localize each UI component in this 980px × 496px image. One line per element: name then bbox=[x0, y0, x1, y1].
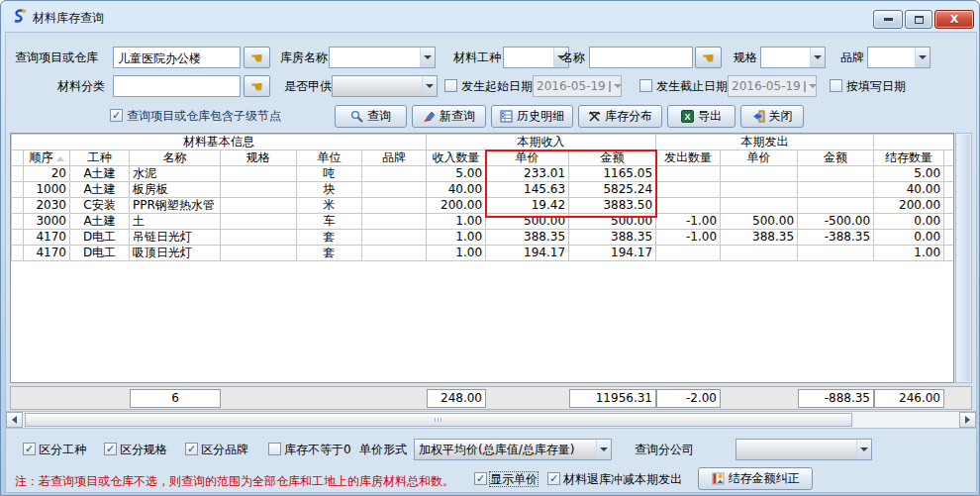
distinguish-worktype-checkbox[interactable] bbox=[23, 443, 36, 455]
chevron-down-icon[interactable] bbox=[596, 440, 611, 459]
chevron-down-icon[interactable] bbox=[614, 84, 622, 88]
cell-r4-c1[interactable]: D电工 bbox=[70, 230, 130, 246]
cell-r5-c10[interactable] bbox=[721, 246, 798, 261]
warehouse-select[interactable] bbox=[329, 47, 436, 68]
cell-r2-c5[interactable] bbox=[362, 198, 427, 214]
cell-r0-c7[interactable]: 233.01 bbox=[486, 166, 569, 182]
column-header-5[interactable]: 单位 bbox=[297, 150, 362, 166]
column-header-12[interactable]: 金额 bbox=[798, 150, 874, 166]
cell-r5-c4[interactable]: 套 bbox=[297, 246, 362, 261]
end-date-field[interactable]: 2016-05-19 bbox=[728, 75, 817, 97]
distinguish-brand-checkbox[interactable] bbox=[185, 443, 198, 455]
cell-r0-c2[interactable]: 水泥 bbox=[130, 166, 221, 182]
cell-r2-c10[interactable] bbox=[721, 198, 798, 214]
close-form-button[interactable]: 关闭 bbox=[740, 105, 804, 128]
distinguish-spec-checkbox[interactable] bbox=[104, 443, 117, 455]
export-button[interactable]: X 导出 bbox=[667, 105, 735, 128]
cell-r0-c9[interactable] bbox=[656, 166, 721, 182]
cell-r2-c7[interactable]: 19.42 bbox=[486, 198, 569, 214]
column-header-7[interactable]: 收入数量 bbox=[427, 150, 486, 166]
row-selector[interactable] bbox=[12, 182, 24, 198]
cell-r1-c5[interactable] bbox=[362, 182, 427, 198]
cell-r0-c0[interactable]: 20 bbox=[24, 166, 70, 182]
start-date-field[interactable]: 2016-05-19 bbox=[533, 75, 622, 97]
history-detail-button[interactable]: 历史明细 bbox=[491, 105, 573, 128]
row-selector[interactable] bbox=[12, 246, 24, 261]
cell-r0-c4[interactable]: 吨 bbox=[297, 166, 362, 182]
cell-r4-c3[interactable] bbox=[221, 230, 297, 246]
cell-r0-c6[interactable]: 5.00 bbox=[427, 166, 486, 182]
cell-r3-c7[interactable]: 500.00 bbox=[486, 214, 569, 230]
cell-r4-c5[interactable] bbox=[362, 230, 427, 246]
cell-r1-c2[interactable]: 板房板 bbox=[130, 182, 221, 198]
name-input[interactable] bbox=[589, 47, 693, 68]
cell-r4-c10[interactable]: 388.35 bbox=[721, 230, 798, 246]
query-button[interactable]: 查询 bbox=[335, 105, 407, 128]
cell-r0-c11[interactable] bbox=[798, 166, 874, 182]
cell-r1-c6[interactable]: 40.00 bbox=[427, 182, 486, 198]
category-input[interactable] bbox=[113, 75, 241, 97]
column-header-8[interactable]: 单价 bbox=[486, 150, 569, 166]
vertical-scrollbar[interactable] bbox=[955, 133, 972, 383]
row-selector[interactable] bbox=[12, 214, 24, 230]
cell-r3-c5[interactable] bbox=[362, 214, 427, 230]
cell-r4-c2[interactable]: 吊链日光灯 bbox=[130, 230, 221, 246]
cell-r4-c9[interactable]: -1.00 bbox=[656, 230, 721, 246]
row-selector[interactable] bbox=[12, 230, 24, 246]
stock-nonzero-checkbox[interactable] bbox=[268, 443, 281, 455]
chevron-down-icon[interactable] bbox=[856, 440, 871, 459]
cell-r3-c12[interactable]: 0.00 bbox=[874, 214, 944, 230]
spec-select[interactable] bbox=[760, 47, 826, 68]
scroll-right-arrow[interactable] bbox=[959, 412, 976, 428]
column-header-11[interactable]: 单价 bbox=[721, 150, 798, 166]
cell-r4-c7[interactable]: 388.35 bbox=[486, 230, 569, 246]
horizontal-scrollbar-track[interactable] bbox=[23, 412, 959, 428]
column-header-6[interactable]: 品牌 bbox=[362, 150, 427, 166]
cell-r5-c12[interactable]: 1.00 bbox=[874, 246, 944, 261]
balance-fix-button[interactable]: 结存金额纠正 bbox=[698, 467, 813, 490]
minimize-button[interactable] bbox=[873, 10, 903, 29]
cell-r2-c2[interactable]: PPR钢塑热水管 bbox=[130, 198, 221, 214]
new-query-button[interactable]: 新查询 bbox=[412, 105, 486, 128]
cell-r0-c1[interactable]: A土建 bbox=[70, 166, 130, 182]
cell-r1-c0[interactable]: 1000 bbox=[24, 182, 70, 198]
cell-r5-c2[interactable]: 吸顶日光灯 bbox=[130, 246, 221, 261]
horizontal-scrollbar[interactable] bbox=[5, 411, 977, 429]
cell-r1-c7[interactable]: 145.63 bbox=[486, 182, 569, 198]
cell-r3-c3[interactable] bbox=[221, 214, 297, 230]
cell-r5-c11[interactable] bbox=[798, 246, 874, 261]
include-children-checkbox[interactable] bbox=[110, 109, 123, 122]
chevron-down-icon[interactable] bbox=[420, 48, 435, 67]
column-header-1[interactable]: 顺序 bbox=[24, 150, 70, 166]
cell-r2-c0[interactable]: 2030 bbox=[24, 198, 70, 214]
chevron-down-icon[interactable] bbox=[422, 76, 437, 96]
cell-r1-c3[interactable] bbox=[221, 182, 297, 198]
brand-select[interactable] bbox=[867, 47, 931, 68]
cell-r1-c1[interactable]: A土建 bbox=[70, 182, 130, 198]
horizontal-scrollbar-thumb[interactable] bbox=[25, 413, 852, 427]
cell-r4-c4[interactable]: 套 bbox=[297, 230, 362, 246]
worktype-select[interactable] bbox=[503, 47, 569, 68]
row-selector[interactable] bbox=[12, 166, 24, 182]
cell-r4-c11[interactable]: -388.35 bbox=[798, 230, 874, 246]
cell-r3-c11[interactable]: -500.00 bbox=[798, 214, 874, 230]
column-header-2[interactable]: 工种 bbox=[70, 150, 130, 166]
cell-r4-c8[interactable]: 388.35 bbox=[569, 230, 656, 246]
close-button[interactable]: X bbox=[934, 10, 974, 29]
scroll-left-arrow[interactable] bbox=[6, 412, 23, 428]
cell-r2-c12[interactable]: 200.00 bbox=[874, 198, 944, 214]
row-selector[interactable] bbox=[12, 198, 24, 214]
cell-r3-c6[interactable]: 1.00 bbox=[427, 214, 486, 230]
cell-r1-c11[interactable] bbox=[798, 182, 874, 198]
cell-r2-c6[interactable]: 200.00 bbox=[427, 198, 486, 214]
cell-r5-c1[interactable]: D电工 bbox=[70, 246, 130, 261]
cell-r2-c11[interactable] bbox=[798, 198, 874, 214]
cell-r4-c12[interactable]: 0.00 bbox=[874, 230, 944, 246]
cell-r0-c10[interactable] bbox=[721, 166, 798, 182]
cell-r0-c12[interactable]: 5.00 bbox=[874, 166, 944, 182]
cell-r3-c0[interactable]: 3000 bbox=[24, 214, 70, 230]
column-header-13[interactable]: 结存数量 bbox=[874, 150, 944, 166]
cell-r2-c8[interactable]: 3883.50 bbox=[569, 198, 656, 214]
name-picker-button[interactable]: ☚ bbox=[695, 47, 722, 68]
cell-r0-c8[interactable]: 1165.05 bbox=[569, 166, 656, 182]
